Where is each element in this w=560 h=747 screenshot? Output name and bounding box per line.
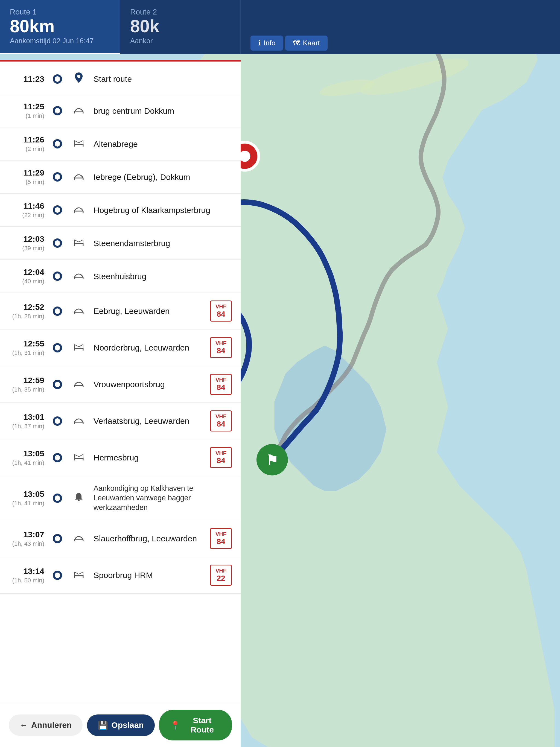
vhf-label: VHF bbox=[215, 568, 227, 574]
bridge-icon bbox=[74, 271, 84, 282]
route-2-arrival: Aankor bbox=[130, 36, 230, 45]
time-col: 11:29(5 min) bbox=[9, 168, 44, 186]
list-item: 11:23 Start route bbox=[0, 61, 240, 94]
vhf-label: VHF bbox=[215, 377, 227, 383]
list-item: 13:05(1h, 41 min) Aankondiging op Kalkha… bbox=[0, 476, 240, 520]
time-delta: (22 min) bbox=[9, 212, 44, 219]
bridge-icon bbox=[74, 204, 84, 216]
icon-col bbox=[71, 570, 87, 581]
sub-tab-kaart[interactable]: 🗺 Kaart bbox=[285, 35, 327, 51]
item-name: Hogebrug of Klaarkampsterbrug bbox=[94, 205, 232, 215]
vhf-badge: VHF84 bbox=[210, 374, 232, 395]
time-col: 11:23 bbox=[9, 74, 44, 84]
time-main: 13:05 bbox=[9, 449, 44, 458]
time-delta: (5 min) bbox=[9, 179, 44, 186]
route-dot bbox=[54, 571, 61, 579]
pin-icon bbox=[74, 72, 84, 86]
bridge-icon bbox=[74, 342, 84, 354]
bottom-actions: ← Annuleren 💾 Opslaan 📍 Start Route bbox=[0, 703, 240, 747]
time-col: 13:01(1h, 37 min) bbox=[9, 412, 44, 430]
list-item: 13:05(1h, 41 min) HermesbrugVHF84 bbox=[0, 439, 240, 476]
list-item: 12:59(1h, 35 min) VrouwenpoortsbrugVHF84 bbox=[0, 366, 240, 403]
route-dot bbox=[54, 417, 61, 425]
icon-col bbox=[71, 379, 87, 390]
time-main: 11:29 bbox=[9, 168, 44, 177]
time-delta: (1h, 41 min) bbox=[9, 459, 44, 466]
time-delta: (1h, 43 min) bbox=[9, 540, 44, 547]
dot-col bbox=[51, 535, 64, 542]
time-delta: (40 min) bbox=[9, 278, 44, 285]
time-main: 11:26 bbox=[9, 135, 44, 145]
start-route-button[interactable]: 📍 Start Route bbox=[159, 710, 232, 741]
time-col: 13:07(1h, 43 min) bbox=[9, 530, 44, 547]
time-col: 11:26(2 min) bbox=[9, 135, 44, 153]
bridge-icon bbox=[74, 171, 84, 183]
svg-rect-24 bbox=[74, 243, 83, 244]
list-item: 13:01(1h, 37 min) Verlaatsbrug, Leeuward… bbox=[0, 403, 240, 439]
vhf-badge: VHF84 bbox=[210, 301, 232, 321]
icon-col bbox=[71, 138, 87, 150]
list-item: 12:55(1h, 31 min) Noorderbrug, Leeuwarde… bbox=[0, 330, 240, 366]
time-col: 12:55(1h, 31 min) bbox=[9, 339, 44, 357]
list-item: 13:07(1h, 43 min) Slauerhoffbrug, Leeuwa… bbox=[0, 520, 240, 557]
cancel-label: Annuleren bbox=[31, 720, 72, 730]
route-dot bbox=[54, 75, 61, 83]
bridge-icon bbox=[74, 452, 84, 463]
bell-icon bbox=[74, 492, 84, 504]
bridge-icon bbox=[74, 570, 84, 581]
list-item: 11:46(22 min) Hogebrug of Klaarkampsterb… bbox=[0, 194, 240, 227]
svg-rect-37 bbox=[74, 348, 83, 349]
time-main: 13:14 bbox=[9, 567, 44, 576]
item-name: Slauerhoffbrug, Leeuwarden bbox=[94, 533, 203, 544]
svg-line-16 bbox=[74, 140, 79, 143]
time-col: 12:52(1h, 28 min) bbox=[9, 302, 44, 320]
route-tab-2[interactable]: Route 2 80k Aankor bbox=[120, 0, 240, 54]
vhf-num: 84 bbox=[215, 383, 227, 392]
time-main: 12:59 bbox=[9, 376, 44, 385]
list-item: 12:03(39 min) Steenendamsterbrug bbox=[0, 227, 240, 260]
time-delta: (1h, 50 min) bbox=[9, 577, 44, 584]
vhf-label: VHF bbox=[215, 531, 227, 537]
time-main: 11:46 bbox=[9, 201, 44, 210]
time-col: 12:03(39 min) bbox=[9, 234, 44, 252]
save-button[interactable]: 💾 Opslaan bbox=[87, 715, 154, 736]
bridge-icon bbox=[74, 305, 84, 317]
time-col: 12:59(1h, 35 min) bbox=[9, 376, 44, 393]
list-item: 11:26(2 min) Altenabrege bbox=[0, 127, 240, 160]
list-item: 13:14(1h, 50 min) Spoorbrug HRMVHF22 bbox=[0, 557, 240, 594]
vhf-badge: VHF84 bbox=[210, 337, 232, 358]
time-main: 13:05 bbox=[9, 489, 44, 499]
svg-line-30 bbox=[79, 240, 83, 242]
sub-tab-info-label: Info bbox=[263, 39, 275, 47]
icon-col bbox=[71, 533, 87, 544]
route-tab-1[interactable]: Route 1 80km Aankomsttijd 02 Jun 16:47 bbox=[0, 0, 120, 54]
svg-line-67 bbox=[79, 572, 83, 574]
svg-line-17 bbox=[79, 140, 83, 143]
svg-text:⚑: ⚑ bbox=[266, 453, 278, 468]
route-2-label: Route 2 bbox=[130, 8, 230, 17]
time-main: 11:23 bbox=[9, 74, 44, 84]
bridge-icon bbox=[74, 379, 84, 390]
svg-point-57 bbox=[78, 499, 80, 501]
icon-col bbox=[71, 415, 87, 427]
route-dot bbox=[54, 454, 61, 462]
cancel-button[interactable]: ← Annuleren bbox=[9, 715, 82, 736]
time-main: 12:04 bbox=[9, 267, 44, 277]
back-icon: ← bbox=[20, 720, 28, 730]
bridge-icon bbox=[74, 533, 84, 544]
time-delta: (1h, 41 min) bbox=[9, 500, 44, 507]
svg-rect-11 bbox=[74, 144, 83, 145]
time-col: 13:05(1h, 41 min) bbox=[9, 489, 44, 507]
icon-col bbox=[71, 105, 87, 117]
vhf-label: VHF bbox=[215, 304, 227, 310]
time-main: 11:25 bbox=[9, 102, 44, 111]
time-delta: (1h, 31 min) bbox=[9, 350, 44, 357]
dot-col bbox=[51, 107, 64, 114]
route-dot bbox=[54, 344, 61, 352]
item-name: brug centrum Dokkum bbox=[94, 106, 232, 116]
dot-col bbox=[51, 381, 64, 388]
icon-col bbox=[71, 305, 87, 317]
item-name: Steenhuisbrug bbox=[94, 271, 232, 282]
vhf-badge: VHF22 bbox=[210, 565, 232, 586]
sub-tab-info[interactable]: ℹ Info bbox=[251, 35, 283, 51]
